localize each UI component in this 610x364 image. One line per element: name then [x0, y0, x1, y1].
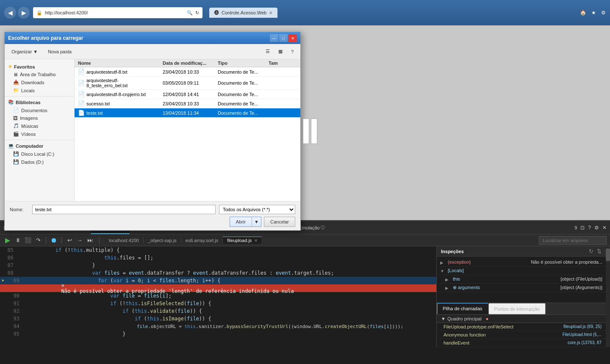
file-date: 13/04/2018 11:34: [159, 110, 214, 116]
organize-label: Organizar: [11, 49, 32, 54]
callstack-tab[interactable]: Pilha de chamadas: [437, 303, 488, 314]
devtools-panel: F12 Explorador do DOM Console Depurador …: [0, 220, 610, 347]
computer-group: 💻 Computador 💾 Disco Local (C:) 💾 Dados …: [5, 142, 74, 166]
images-label: Imagens: [20, 116, 38, 121]
expand-icon: ▶: [440, 260, 445, 265]
organize-button[interactable]: Organizar ▼: [8, 48, 41, 55]
dock-icon[interactable]: ⊡: [580, 225, 585, 231]
filename-input[interactable]: [32, 205, 216, 214]
step-out-button[interactable]: ↩: [65, 236, 74, 245]
devtools-main: 85 if (!this.multiple) { 86 this.files =…: [0, 246, 610, 347]
expand-icon: ▶: [445, 286, 450, 290]
line-number: 95: [6, 331, 23, 337]
forward-button[interactable]: ▶: [18, 7, 30, 19]
address-bar[interactable]: 🔒 http://localhost:4200/ 🔍 ↻: [33, 7, 202, 18]
callstack-indicator: ●: [486, 316, 489, 321]
sidebar-item-downloads[interactable]: 📥 Downloads: [5, 78, 74, 86]
sidebar-item-diskc[interactable]: 💾 Disco Local (C:): [5, 150, 74, 158]
close-button[interactable]: ✕: [288, 34, 297, 42]
file-tab-close-button[interactable]: ✕: [254, 238, 258, 243]
cancel-button[interactable]: Cancelar: [264, 217, 295, 227]
sidebar-item-music[interactable]: 🎵 Músicas: [5, 122, 74, 130]
code-area[interactable]: 85 if (!this.multiple) { 86 this.files =…: [0, 246, 436, 347]
file-date: 12/04/2018 14:41: [159, 92, 214, 97]
close-dt-icon[interactable]: ✕: [602, 225, 607, 231]
favorites-icon[interactable]: ★: [591, 10, 596, 16]
inspection-arguments[interactable]: ▶ ⊕ arguments [object (Arguments)]: [437, 284, 606, 292]
sidebar-item-diskd[interactable]: 💾 Dados (D:): [5, 158, 74, 166]
sidebar-item-images[interactable]: 🖼 Imagens: [5, 114, 74, 122]
maximize-button[interactable]: □: [279, 34, 288, 42]
expand-all-icon[interactable]: ⇅: [597, 248, 602, 254]
diskd-icon: 💾: [13, 159, 19, 165]
right-panel-header: Inspeções ↻ ⇅: [437, 246, 606, 256]
tab-close-button[interactable]: ✕: [269, 11, 272, 15]
es6-sort-label: es6.array.sort.js: [186, 238, 218, 243]
open-dropdown-button[interactable]: ▼: [252, 217, 261, 227]
back-button[interactable]: ◀: [4, 7, 16, 19]
refresh-inspections-icon[interactable]: ↻: [589, 248, 593, 254]
libraries-header: 📚 Bibliotecas: [5, 98, 74, 106]
favorites-label: Favoritos: [14, 64, 35, 69]
view-grid-button[interactable]: ▦: [275, 47, 286, 55]
inspection-locals[interactable]: ▼ [Locals]: [437, 267, 606, 275]
file-tab-object-sap[interactable]: _object-sap.js: [144, 237, 181, 244]
file-row[interactable]: 📄 arquivotesteutf-8.txt 23/04/2018 10:33…: [75, 67, 300, 77]
help-icon[interactable]: ?: [588, 225, 591, 231]
file-tab-localhost[interactable]: localhost:4200: [105, 237, 144, 244]
file-icon: 📄: [78, 100, 85, 107]
callstack-item-1[interactable]: FileUpload.prototype.onFileSelect fileup…: [437, 323, 606, 331]
scroll-handle-1: [303, 119, 309, 144]
videos-label: Vídeos: [21, 132, 36, 137]
settings-icon[interactable]: ⚙: [601, 10, 606, 16]
callstack-file-ref: core.js (13763, 87: [568, 340, 602, 345]
sidebar-item-locais[interactable]: 📁 Locais: [5, 86, 74, 94]
callstack-item-2[interactable]: Anonymous function FileUpload.html (5,..…: [437, 331, 606, 339]
filelist-header: Nome Data de modificaç... Tipo Tam: [75, 59, 300, 67]
sidebar-item-videos[interactable]: 🎬 Vídeos: [5, 130, 74, 138]
locais-icon: 📁: [13, 88, 19, 93]
settings-dt-icon[interactable]: ⚙: [594, 225, 599, 231]
step-next-button[interactable]: →: [75, 236, 84, 245]
file-tab-es6-sort[interactable]: es6.array.sort.js: [181, 237, 223, 244]
file-filter-select[interactable]: Todos os Arquivos (*.*): [219, 205, 295, 214]
step-over-button[interactable]: ↷: [34, 236, 42, 245]
music-label: Músicas: [21, 124, 38, 129]
line-number: 88: [0, 270, 17, 276]
file-dialog: Escolher arquivo para carregar — □ ✕ Org…: [4, 32, 301, 231]
dialog-body: ★ Favoritos 🖥 Área de Trabalho 📥 Downloa…: [5, 59, 300, 201]
breakpoints-tab[interactable]: Pontos de interrupção: [488, 303, 546, 314]
help-button[interactable]: ?: [288, 47, 297, 55]
stop-button[interactable]: ⬛: [24, 236, 32, 245]
file-name: teste.txt: [86, 110, 103, 116]
scrollbar-thumb[interactable]: [606, 248, 610, 261]
file-row[interactable]: 📄 sucesso.txt 23/04/2018 10:33 Documento…: [75, 99, 300, 108]
inspection-this[interactable]: ▶ this [object (FileUpload)]: [437, 275, 606, 284]
file-row[interactable]: 📄 arquivotesteutf-8_teste_erro_bel.txt 0…: [75, 77, 300, 90]
callstack-item-3[interactable]: handleEvent core.js (13763, 87: [437, 339, 606, 347]
line-number: [6, 285, 23, 291]
new-folder-button[interactable]: Nova pasta: [44, 48, 75, 55]
file-row-selected[interactable]: 📄 teste.txt 13/04/2018 11:34 Documento d…: [75, 108, 300, 118]
browser-tab[interactable]: 🅐 Controle.Acesso.Web ✕: [209, 8, 277, 18]
pause-button[interactable]: ⏸: [14, 236, 22, 245]
vertical-scrollbar[interactable]: [606, 246, 610, 347]
file-tab-fileupload[interactable]: fileupload.js ✕: [223, 237, 262, 244]
step-into-button[interactable]: ⏺: [50, 236, 58, 245]
callstack-file-ref: fileupload.js (89, 25): [563, 324, 602, 329]
callstack-header[interactable]: ▼ Quadro principal ●: [437, 315, 606, 323]
file-row[interactable]: 📄 arquivotesteutf-8-cnpjerro.txt 12/04/2…: [75, 90, 300, 99]
breakpoint-button[interactable]: ⏭: [86, 236, 94, 245]
inspections-title: Inspeções: [441, 249, 464, 254]
search-files-input[interactable]: [539, 236, 607, 245]
inspection-exception[interactable]: ▶ {exception} Não é possível obter a pro…: [437, 258, 606, 267]
open-button[interactable]: Abrir: [230, 217, 252, 227]
home-icon[interactable]: 🏠: [580, 10, 586, 16]
sidebar-item-desktop[interactable]: 🖥 Área de Trabalho: [5, 71, 74, 78]
view-list-button[interactable]: ☰: [262, 47, 273, 55]
localhost-tab-label: localhost:4200: [109, 238, 139, 243]
sidebar-item-documents[interactable]: 📄 Documentos: [5, 106, 74, 114]
tab-icon: 🅐: [214, 10, 219, 15]
play-button[interactable]: ▶: [3, 236, 12, 245]
minimize-button[interactable]: —: [270, 34, 278, 42]
